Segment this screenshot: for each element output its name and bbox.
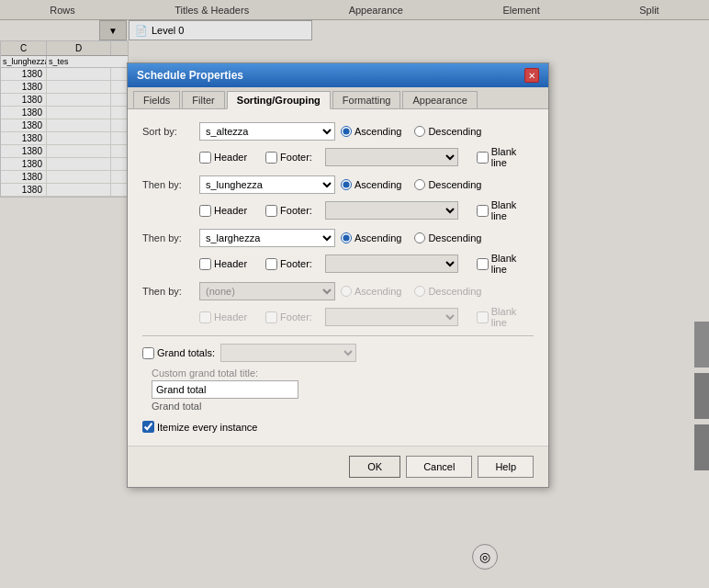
tab-appearance[interactable]: Appearance xyxy=(402,91,477,108)
grand-totals-option[interactable]: Grand totals: xyxy=(142,347,215,359)
then-by-2-descending-radio[interactable] xyxy=(414,232,425,243)
then-by-3-header-label: Header xyxy=(214,311,247,322)
itemize-option[interactable]: Itemize every instance xyxy=(142,421,257,433)
schedule-properties-dialog: Schedule Properties ✕ Fields Filter Sort… xyxy=(127,62,549,488)
sort-by-select[interactable]: s_altezza s_lunghezza s_larghezza (none) xyxy=(199,122,335,141)
then-by-1-row: Then by: s_lunghezza s_altezza s_larghez… xyxy=(142,175,534,194)
custom-title-input[interactable] xyxy=(152,380,298,399)
grand-totals-row: Grand totals: xyxy=(142,344,534,362)
then-by-1-blank-checkbox[interactable] xyxy=(477,205,489,217)
dialog-titlebar: Schedule Properties ✕ xyxy=(128,63,548,87)
then-by-3-footer-checkbox xyxy=(265,311,277,323)
then-by-3-select[interactable]: (none) xyxy=(199,282,335,300)
itemize-checkbox[interactable] xyxy=(142,421,154,433)
then-by-1-select[interactable]: s_lunghezza s_altezza s_larghezza (none) xyxy=(199,175,335,194)
then-by-1-label: Then by: xyxy=(142,179,199,190)
tab-fields[interactable]: Fields xyxy=(133,91,180,108)
then-by-2-blank-checkbox[interactable] xyxy=(477,258,489,270)
itemize-row: Itemize every instance xyxy=(142,421,534,433)
dialog-close-button[interactable]: ✕ xyxy=(524,68,539,83)
cancel-button[interactable]: Cancel xyxy=(406,456,472,478)
sort-by-header-label: Header xyxy=(214,152,247,163)
itemize-label: Itemize every instance xyxy=(157,422,257,433)
then-by-2-ascending-label: Ascending xyxy=(354,232,401,243)
then-by-1-radio-group: Ascending Descending xyxy=(341,179,481,190)
then-by-1-sub-row: Header Footer: Blank line xyxy=(199,199,534,221)
then-by-1-descending-option[interactable]: Descending xyxy=(414,179,481,190)
then-by-2-footer-select[interactable] xyxy=(325,254,458,273)
then-by-1-footer-label: Footer: xyxy=(280,205,312,216)
sort-ascending-radio[interactable] xyxy=(341,126,352,137)
then-by-1-blank-label: Blank line xyxy=(491,199,534,221)
ok-button[interactable]: OK xyxy=(349,456,400,478)
then-by-1-header-checkbox[interactable] xyxy=(199,205,211,217)
sort-by-header-checkbox[interactable] xyxy=(199,152,211,164)
sort-by-footer-checkbox[interactable] xyxy=(265,152,277,164)
sort-descending-option[interactable]: Descending xyxy=(414,126,481,137)
then-by-2-footer-option[interactable]: Footer: xyxy=(265,258,312,270)
sort-by-blank-checkbox[interactable] xyxy=(477,152,489,164)
then-by-3-blank-checkbox xyxy=(477,311,489,323)
then-by-1-descending-radio[interactable] xyxy=(414,179,425,190)
then-by-3-row: Then by: (none) Ascending Descending xyxy=(142,282,534,300)
then-by-1-footer-select[interactable] xyxy=(325,201,458,220)
then-by-2-ascending-option[interactable]: Ascending xyxy=(341,232,401,243)
then-by-1-footer-option[interactable]: Footer: xyxy=(265,205,312,217)
then-by-3-footer-select xyxy=(325,308,458,326)
then-by-3-header-checkbox xyxy=(199,311,211,323)
then-by-3-descending-label: Descending xyxy=(428,286,481,297)
then-by-3-footer-label: Footer: xyxy=(280,311,312,322)
then-by-2-sub-row: Header Footer: Blank line xyxy=(199,253,534,275)
dialog-tabs: Fields Filter Sorting/Grouping Formattin… xyxy=(128,87,548,109)
tab-filter[interactable]: Filter xyxy=(182,91,224,108)
then-by-2-blank-option[interactable]: Blank line xyxy=(477,253,534,275)
sort-by-footer-option[interactable]: Footer: xyxy=(265,152,312,164)
then-by-1-footer-checkbox[interactable] xyxy=(265,205,277,217)
then-by-1-header-option[interactable]: Header xyxy=(199,205,247,217)
then-by-1-descending-label: Descending xyxy=(428,179,481,190)
sort-descending-radio[interactable] xyxy=(414,126,425,137)
then-by-2-label: Then by: xyxy=(142,232,199,243)
then-by-3-ascending-label: Ascending xyxy=(354,286,401,297)
then-by-2-ascending-radio[interactable] xyxy=(341,232,352,243)
help-button[interactable]: Help xyxy=(478,456,534,478)
custom-title-row: Custom grand total title: xyxy=(152,368,534,399)
sort-by-header-option[interactable]: Header xyxy=(199,152,247,164)
then-by-2-blank-label: Blank line xyxy=(491,253,534,275)
dialog-content: Sort by: s_altezza s_lunghezza s_larghez… xyxy=(128,109,548,446)
then-by-3-ascending-option[interactable]: Ascending xyxy=(341,286,401,297)
then-by-1-header-label: Header xyxy=(214,205,247,216)
sort-by-footer-select[interactable] xyxy=(325,148,458,166)
grand-totals-label: Grand totals: xyxy=(157,347,215,358)
grand-total-display: Grand total xyxy=(152,401,534,412)
then-by-3-radio-group: Ascending Descending xyxy=(341,286,481,297)
then-by-3-footer-option[interactable]: Footer: xyxy=(265,311,312,323)
tab-formatting[interactable]: Formatting xyxy=(332,91,401,108)
then-by-2-radio-group: Ascending Descending xyxy=(341,232,481,243)
tab-sorting-grouping[interactable]: Sorting/Grouping xyxy=(227,91,331,109)
then-by-3-blank-option[interactable]: Blank line xyxy=(477,306,534,328)
then-by-2-select[interactable]: s_larghezza s_altezza s_lunghezza (none) xyxy=(199,229,335,247)
divider xyxy=(142,335,534,336)
then-by-3-ascending-radio xyxy=(341,286,352,297)
dialog-title: Schedule Properties xyxy=(137,69,243,82)
sort-descending-label: Descending xyxy=(428,126,481,137)
then-by-1-ascending-radio[interactable] xyxy=(341,179,352,190)
sort-ascending-option[interactable]: Ascending xyxy=(341,126,401,137)
sort-by-footer-label: Footer: xyxy=(280,152,312,163)
then-by-3-header-option[interactable]: Header xyxy=(199,311,247,323)
sort-by-label: Sort by: xyxy=(142,126,199,137)
grand-totals-checkbox[interactable] xyxy=(142,347,154,359)
then-by-2-header-option[interactable]: Header xyxy=(199,258,247,270)
then-by-2-footer-checkbox[interactable] xyxy=(265,258,277,270)
sort-by-blank-label: Blank line xyxy=(491,146,534,168)
then-by-2-row: Then by: s_larghezza s_altezza s_lunghez… xyxy=(142,229,534,247)
sort-by-sub-row: Header Footer: Blank line xyxy=(199,146,534,168)
then-by-3-descending-option[interactable]: Descending xyxy=(414,286,481,297)
then-by-2-descending-option[interactable]: Descending xyxy=(414,232,481,243)
then-by-1-blank-option[interactable]: Blank line xyxy=(477,199,534,221)
grand-totals-select[interactable] xyxy=(220,344,356,362)
sort-by-blank-option[interactable]: Blank line xyxy=(477,146,534,168)
then-by-2-header-checkbox[interactable] xyxy=(199,258,211,270)
then-by-1-ascending-option[interactable]: Ascending xyxy=(341,179,401,190)
